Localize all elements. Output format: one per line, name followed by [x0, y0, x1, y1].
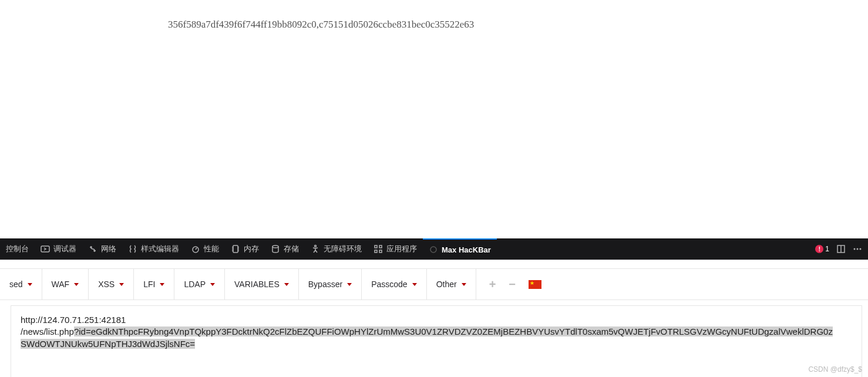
accessibility-label: 无障碍环境 — [324, 244, 362, 254]
svg-rect-5 — [375, 245, 377, 248]
tool-ldap[interactable]: LDAP — [174, 269, 225, 299]
tab-hackbar[interactable]: Max HacKBar — [423, 238, 497, 260]
dock-icon[interactable] — [836, 244, 846, 254]
error-badge[interactable]: ! 1 — [815, 245, 829, 253]
caret-icon — [210, 283, 215, 286]
svg-rect-2 — [233, 245, 238, 253]
debugger-icon — [41, 244, 50, 254]
hackbar-toolbar: sed WAF XSS LFI LDAP VARIABLES Bypasser … — [0, 260, 868, 300]
tab-network[interactable]: 网络 — [82, 238, 122, 260]
svg-rect-7 — [375, 250, 377, 253]
caret-icon — [119, 283, 124, 286]
url-line2-prefix: /news/list.php — [21, 326, 74, 336]
caret-icon — [462, 283, 466, 286]
performance-icon — [191, 244, 200, 254]
tool-waf[interactable]: WAF — [42, 269, 89, 299]
memory-label: 内存 — [244, 244, 259, 254]
error-count: 1 — [825, 245, 829, 253]
devtools-tab-bar: 控制台 调试器 网络 样式编辑器 性能 内存 存储 无障碍环境 应用程序 Max… — [0, 238, 868, 260]
tab-debugger[interactable]: 调试器 — [35, 238, 82, 260]
url-input[interactable]: http://124.70.71.251:42181 /news/list.ph… — [11, 305, 862, 377]
svg-rect-6 — [379, 245, 382, 248]
add-icon[interactable]: + — [489, 278, 496, 291]
tool-passcode[interactable]: Passcode — [362, 269, 426, 299]
style-label: 样式编辑器 — [141, 244, 179, 254]
sed-label: sed — [9, 280, 23, 289]
accessibility-icon — [311, 244, 320, 254]
error-icon: ! — [815, 245, 823, 253]
tool-other[interactable]: Other — [427, 269, 476, 299]
svg-point-13 — [857, 248, 859, 250]
other-label: Other — [436, 280, 457, 289]
page-content: 356f589a7df439f6f744ff19bb8092c0,c75151d… — [0, 0, 868, 31]
tab-application[interactable]: 应用程序 — [368, 238, 423, 260]
caret-icon — [74, 283, 79, 286]
caret-icon — [347, 283, 352, 286]
svg-point-12 — [854, 248, 856, 250]
url-line3: SWdOWTJNUkw5UFNpTHJ3dWdJSjlsNFc= — [21, 339, 195, 349]
ldap-label: LDAP — [184, 280, 206, 289]
svg-point-3 — [272, 245, 278, 248]
hackbar-label: Max HacKBar — [442, 245, 491, 254]
xss-label: XSS — [98, 280, 115, 289]
svg-point-14 — [860, 248, 862, 250]
storage-icon — [271, 244, 280, 254]
watermark: CSDN @dfzy$_$ — [808, 365, 862, 373]
caret-icon — [28, 283, 32, 286]
caret-icon — [412, 283, 417, 286]
tool-bypasser[interactable]: Bypasser — [299, 269, 362, 299]
style-icon — [128, 244, 137, 254]
network-icon — [88, 244, 97, 254]
storage-label: 存储 — [284, 244, 299, 254]
waf-label: WAF — [52, 280, 70, 289]
caret-icon — [160, 283, 164, 286]
tab-performance[interactable]: 性能 — [185, 238, 225, 260]
tool-sed[interactable]: sed — [0, 269, 42, 299]
tab-accessibility[interactable]: 无障碍环境 — [305, 238, 368, 260]
svg-rect-8 — [379, 250, 382, 253]
application-label: 应用程序 — [386, 244, 417, 254]
console-label: 控制台 — [6, 244, 29, 254]
application-icon — [374, 244, 383, 254]
caret-icon — [284, 283, 289, 286]
tool-lfi[interactable]: LFI — [134, 269, 174, 299]
variables-label: VARIABLES — [234, 280, 280, 289]
tab-memory[interactable]: 内存 — [225, 238, 265, 260]
more-icon[interactable] — [853, 244, 862, 254]
memory-icon — [231, 244, 240, 254]
svg-point-4 — [315, 245, 317, 247]
bypasser-label: Bypasser — [308, 280, 342, 289]
flag-cn-icon[interactable] — [529, 280, 541, 289]
performance-label: 性能 — [204, 244, 219, 254]
passcode-label: Passcode — [371, 280, 407, 289]
remove-icon[interactable]: − — [509, 278, 516, 291]
svg-point-9 — [430, 247, 436, 253]
tab-style-editor[interactable]: 样式编辑器 — [122, 238, 185, 260]
hackbar-icon — [429, 245, 438, 254]
debugger-label: 调试器 — [53, 244, 76, 254]
tab-console[interactable]: 控制台 — [0, 238, 35, 260]
lfi-label: LFI — [143, 280, 155, 289]
tool-xss[interactable]: XSS — [89, 269, 134, 299]
hash-output: 356f589a7df439f6f744ff19bb8092c0,c75151d… — [168, 19, 474, 30]
network-label: 网络 — [101, 244, 116, 254]
tool-variables[interactable]: VARIABLES — [225, 269, 299, 299]
url-line2-query: ?id=eGdkNThpcFRybng4VnpTQkppY3FDcktrNkQ2… — [74, 326, 833, 336]
url-line1: http://124.70.71.251:42181 — [21, 315, 126, 325]
tab-storage[interactable]: 存储 — [265, 238, 305, 260]
